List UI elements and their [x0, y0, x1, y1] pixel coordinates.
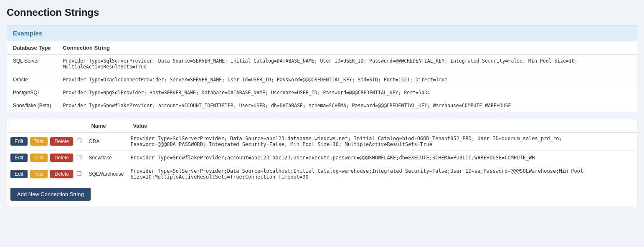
test-button[interactable]: Test: [30, 170, 48, 178]
examples-dbtype: Oracle: [7, 73, 57, 86]
examples-table: Database Type Connection String SQL Serv…: [7, 41, 637, 112]
test-button[interactable]: Test: [30, 137, 48, 146]
connections-table: Name Value Edit Test Delete ❐ ODA Provid…: [7, 119, 637, 183]
connection-name: Snowflake: [85, 151, 127, 165]
edit-button[interactable]: Edit: [10, 170, 28, 178]
delete-button[interactable]: Delete: [50, 137, 73, 146]
connections-row: Edit Test Delete ❐ Snowflake Provider Ty…: [7, 151, 637, 165]
examples-row: PostgreSQL Provider Type=NpgSqlProvider;…: [7, 86, 637, 99]
connection-value: Provider Type=SqlServerProvider;Data Sou…: [127, 165, 637, 183]
examples-connstring: Provider Type=NpgSqlProvider; Host=SERVE…: [57, 86, 637, 99]
row-actions: Edit Test Delete ❐: [7, 133, 85, 151]
row-actions: Edit Test Delete ❐: [7, 165, 85, 183]
examples-row: Oracle Provider Type=OracleConnectProvid…: [7, 73, 637, 86]
examples-dbtype: PostgreSQL: [7, 86, 57, 99]
examples-header: Examples: [7, 25, 637, 41]
connections-section: Name Value Edit Test Delete ❐ ODA Provid…: [7, 119, 637, 206]
delete-button[interactable]: Delete: [50, 170, 73, 178]
connections-row: Edit Test Delete ❐ ODA Provider Type=Sql…: [7, 133, 637, 151]
examples-col-connstring: Connection String: [57, 41, 637, 55]
edit-button[interactable]: Edit: [10, 137, 28, 146]
connections-col-value: Value: [127, 119, 637, 133]
copy-icon[interactable]: ❐: [76, 170, 82, 177]
examples-connstring: Provider Type=SnowflakeProvider; account…: [57, 99, 637, 112]
delete-button[interactable]: Delete: [50, 154, 73, 162]
page-title: Connection Strings: [7, 7, 637, 18]
row-actions: Edit Test Delete ❐: [7, 151, 85, 165]
edit-button[interactable]: Edit: [10, 154, 28, 162]
connection-name: SQLWarehouse: [85, 165, 127, 183]
test-button[interactable]: Test: [30, 154, 48, 162]
examples-row: SQL Server Provider Type=SqlServerProvid…: [7, 55, 637, 73]
connection-name: ODA: [85, 133, 127, 151]
connections-row: Edit Test Delete ❐ SQLWarehouse Provider…: [7, 165, 637, 183]
examples-dbtype: Snowflake (Beta): [7, 99, 57, 112]
examples-dbtype: SQL Server: [7, 55, 57, 73]
examples-col-dbtype: Database Type: [7, 41, 57, 55]
examples-section: Examples Database Type Connection String…: [7, 25, 637, 112]
copy-icon[interactable]: ❐: [76, 138, 82, 144]
add-connection-button[interactable]: Add New Connection String: [10, 188, 91, 201]
connection-value: Provider Type=SnowflakeProvider;account=…: [127, 151, 637, 165]
connections-col-name: Name: [85, 119, 127, 133]
examples-connstring: Provider Type=OracleConnectProvider; Ser…: [57, 73, 637, 86]
examples-connstring: Provider Type=SqlServerProvider; Data So…: [57, 55, 637, 73]
add-button-container: Add New Connection String: [7, 183, 637, 206]
connection-value: Provider Type=SqlServerProvider; Data So…: [127, 133, 637, 151]
copy-icon[interactable]: ❐: [76, 154, 82, 161]
connections-col-actions: [7, 119, 85, 133]
examples-row: Snowflake (Beta) Provider Type=Snowflake…: [7, 99, 637, 112]
